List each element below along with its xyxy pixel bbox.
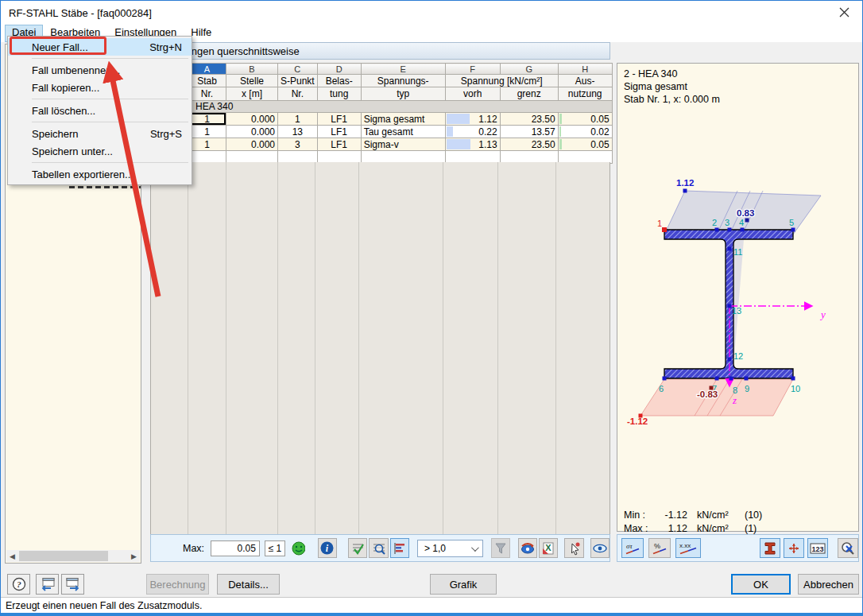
cell-stelle[interactable]: 0.000 — [226, 126, 278, 138]
abbrechen-button[interactable]: Abbrechen — [798, 574, 859, 595]
ok-button[interactable]: OK — [731, 574, 791, 595]
column-header-d[interactable]: D — [317, 64, 361, 75]
menu-item-tabellen-exportieren[interactable]: Tabellen exportieren... — [8, 165, 192, 183]
svg-text:4: 4 — [739, 218, 744, 227]
zoom-reset-button[interactable] — [838, 538, 858, 558]
header-belastung-2: tung — [317, 87, 361, 101]
show-profile-button[interactable] — [760, 538, 780, 558]
help-button[interactable]: ? — [7, 574, 30, 595]
cell-stab[interactable]: 1 — [188, 126, 226, 138]
details-button[interactable]: Details... — [217, 574, 280, 595]
scrollbar-thumb[interactable] — [19, 551, 108, 561]
cell-stelle[interactable]: 0.000 — [226, 138, 278, 151]
cell-stab[interactable]: 1 — [188, 138, 226, 151]
cell-grenz[interactable]: 13.57 — [500, 126, 558, 138]
show-dimensions-button[interactable] — [784, 538, 804, 558]
percent-display-button[interactable]: % — [648, 538, 671, 558]
dimension-lines-icon — [787, 541, 801, 556]
previous-module-button[interactable] — [36, 574, 59, 595]
point-number: 1 — [657, 219, 662, 228]
info-button[interactable]: i — [318, 538, 337, 558]
cell-vorh[interactable]: 0.22 — [445, 126, 500, 138]
annotation-highlight-box — [10, 37, 106, 55]
cell-spannungstyp[interactable]: Sigma-v — [361, 138, 445, 151]
cell-spunkt[interactable]: 13 — [278, 126, 318, 138]
svg-text:123: 123 — [811, 544, 823, 552]
status-bar: Erzeugt einen neuen Fall des Zusatzmodul… — [1, 597, 862, 614]
menu-item-speichern-unter[interactable]: Speichern unter... — [8, 142, 192, 160]
graphic-toolbar: στ % x.xx — [617, 534, 859, 562]
cell-ausnutzung[interactable]: 0.02 — [558, 126, 612, 138]
menu-item-label: Fall löschen... — [32, 105, 95, 117]
cell-vorh[interactable]: 1.12 — [445, 113, 500, 126]
cell-spannungstyp[interactable]: Sigma gesamt — [361, 113, 445, 126]
result-diagram-button[interactable] — [390, 538, 409, 558]
cell-ausnutzung[interactable]: 0.05 — [558, 113, 612, 126]
colored-view-icon — [521, 541, 535, 556]
filter-button — [491, 538, 510, 558]
numbers-icon: 123 — [810, 542, 826, 555]
values-display-button[interactable]: x.xx — [675, 538, 701, 558]
menu-item-fall-loeschen[interactable]: Fall löschen... — [8, 102, 192, 119]
search-in-table-button[interactable] — [369, 538, 388, 558]
visibility-button[interactable] — [590, 538, 610, 558]
column-header-h[interactable]: H — [558, 64, 612, 75]
show-numbering-button[interactable]: 123 — [807, 538, 828, 558]
window-arrow-left-icon — [40, 577, 56, 591]
svg-text:3: 3 — [725, 218, 729, 227]
max-utilization-field[interactable]: 0.05 — [211, 540, 260, 556]
column-header-f[interactable]: F — [445, 64, 500, 75]
svg-text:12: 12 — [733, 351, 743, 361]
column-header-g[interactable]: G — [500, 64, 558, 75]
grafik-button[interactable]: Grafik — [430, 574, 497, 595]
cell-belastung[interactable]: LF1 — [317, 138, 361, 151]
column-header-c[interactable]: C — [278, 64, 318, 75]
svg-text:11: 11 — [733, 247, 742, 257]
svg-text:2: 2 — [712, 218, 717, 227]
cell-grenz[interactable]: 23.50 — [500, 113, 558, 126]
nav-horizontal-scrollbar[interactable]: ◀ ▶ — [6, 550, 140, 562]
next-module-button[interactable] — [61, 574, 84, 595]
cell-belastung[interactable]: LF1 — [317, 113, 361, 126]
status-text: Erzeugt einen neuen Fall des Zusatzmodul… — [6, 600, 202, 611]
sigma-tau-display-button[interactable]: στ — [621, 538, 644, 558]
limit-box: ≤ 1 — [265, 540, 285, 556]
svg-text:8: 8 — [733, 385, 737, 395]
menu-item-speichern[interactable]: Speichern Strg+S — [8, 125, 192, 142]
pick-in-graphic-button[interactable] — [564, 538, 583, 558]
cell-spannungstyp[interactable]: Tau gesamt — [361, 126, 445, 138]
min-unit: kN/cm² — [697, 509, 743, 521]
cell-stelle[interactable]: 0.000 — [226, 113, 278, 126]
module-window: RF-STAHL Stäbe - [faq000284] Datei Bearb… — [0, 0, 863, 616]
web-stress-label-neg: -0.83 — [697, 389, 718, 399]
menu-item-fall-umbenennen[interactable]: Fall umbenennen... — [8, 61, 192, 79]
menu-item-fall-kopieren[interactable]: Fall kopieren... — [8, 79, 192, 96]
max-label: Max : — [624, 523, 652, 534]
max-point: (1) — [745, 523, 757, 534]
column-header-e[interactable]: E — [361, 64, 445, 75]
title-bar: RF-STAHL Stäbe - [faq000284] — [1, 1, 862, 25]
cell-belastung[interactable]: LF1 — [317, 126, 361, 138]
cell-spunkt[interactable]: 3 — [278, 138, 318, 151]
close-button[interactable] — [826, 1, 862, 24]
minmax-block: Min : -1.12 kN/cm² (10) Max : 1.12 kN/cm… — [624, 508, 762, 535]
scroll-left-arrow[interactable]: ◀ — [6, 550, 18, 562]
cell-spunkt[interactable]: 1 — [278, 113, 318, 126]
utilization-filter-dropdown[interactable]: > 1,0 — [417, 540, 483, 557]
cell-vorh[interactable]: 1.13 — [445, 138, 500, 151]
result-check-button[interactable] — [348, 538, 367, 558]
column-header-b[interactable]: B — [226, 64, 278, 75]
view-mode-button[interactable] — [518, 538, 537, 558]
cross-section-graphic[interactable]: y z 1 2 3 4 5 6 7 8 9 10 11 — [617, 64, 858, 531]
svg-text:9: 9 — [745, 384, 749, 393]
excel-export-button[interactable]: X — [539, 538, 558, 558]
cell-grenz[interactable]: 23.50 — [500, 138, 558, 151]
scroll-right-arrow[interactable]: ▶ — [128, 550, 140, 562]
header-spannungstyp: Spannungs- — [361, 75, 445, 87]
header-spannung: Spannung [kN/cm²] — [445, 75, 558, 87]
svg-text:5: 5 — [789, 218, 794, 227]
results-table: A B C D E F G H Stab Stelle S-Punkt Bela… — [150, 63, 613, 164]
column-header-a[interactable]: A — [188, 64, 226, 75]
cell-ausnutzung[interactable]: 0.05 — [558, 138, 612, 151]
cell-stab[interactable]: 1 — [188, 113, 226, 126]
